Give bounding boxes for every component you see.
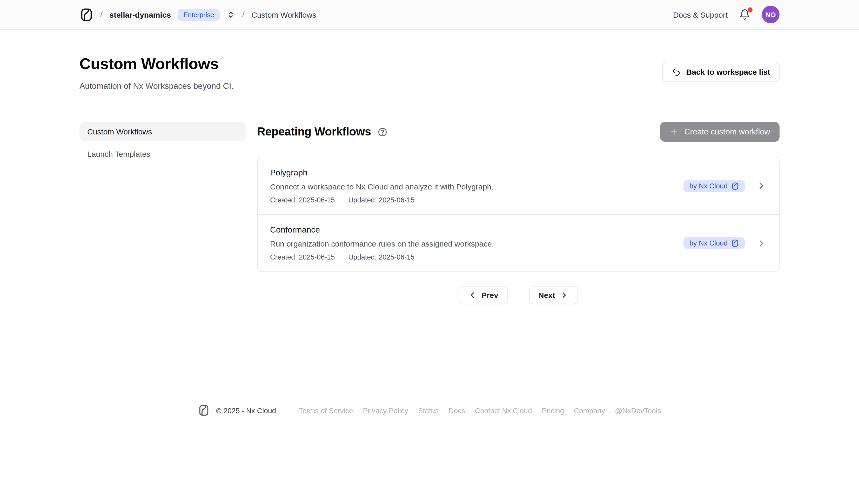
chevron-right-icon[interactable] xyxy=(756,181,767,191)
breadcrumb-current-page: Custom Workflows xyxy=(251,10,316,19)
by-nx-cloud-badge[interactable]: by Nx Cloud xyxy=(684,237,745,249)
workflows-card: Polygraph Connect a workspace to Nx Clou… xyxy=(257,157,780,272)
footer-link-pricing[interactable]: Pricing xyxy=(542,406,564,414)
workflow-description: Run organization conformance rules on th… xyxy=(270,239,494,248)
workflow-row-conformance[interactable]: Conformance Run organization conformance… xyxy=(258,214,779,272)
pagination: Prev Next xyxy=(257,286,780,304)
workflow-name: Conformance xyxy=(270,225,494,234)
breadcrumb: / stellar-dynamics Enterprise / Custom W… xyxy=(79,7,316,21)
create-custom-workflow-button[interactable]: Create custom workflow xyxy=(660,122,780,142)
copyright-text: © 2025 - Nx Cloud xyxy=(216,406,276,414)
page-footer: © 2025 - Nx Cloud Terms of Service Priva… xyxy=(0,385,859,416)
footer-link-company[interactable]: Company xyxy=(574,406,605,414)
workflow-name: Polygraph xyxy=(270,168,493,177)
breadcrumb-separator: / xyxy=(242,9,245,20)
nx-cloud-logo-icon xyxy=(731,239,739,247)
footer-link-status[interactable]: Status xyxy=(418,406,439,414)
user-avatar[interactable]: NO xyxy=(762,6,780,24)
footer-link-docs[interactable]: Docs xyxy=(449,406,465,414)
breadcrumb-workspace-name[interactable]: stellar-dynamics xyxy=(109,10,171,19)
footer-links: Terms of Service Privacy Policy Status D… xyxy=(299,406,661,414)
back-to-workspace-list-button[interactable]: Back to workspace list xyxy=(662,62,780,82)
workflow-description: Connect a workspace to Nx Cloud and anal… xyxy=(270,182,493,191)
workflow-created-date: Created: 2025-06-15 xyxy=(270,196,335,204)
help-icon[interactable] xyxy=(377,127,387,137)
nx-cloud-logo-icon[interactable] xyxy=(79,7,93,21)
chevron-right-icon xyxy=(560,291,569,300)
notifications-button[interactable] xyxy=(739,9,751,20)
page-title: Custom Workflows xyxy=(79,55,233,73)
chevron-left-icon xyxy=(468,291,477,300)
footer-link-twitter[interactable]: @NxDevTools xyxy=(615,406,661,414)
plus-icon xyxy=(669,127,679,137)
footer-link-terms[interactable]: Terms of Service xyxy=(299,406,353,414)
top-navbar: / stellar-dynamics Enterprise / Custom W… xyxy=(0,0,859,30)
breadcrumb-separator: / xyxy=(100,9,103,20)
nx-cloud-logo-icon xyxy=(731,182,739,190)
section-title: Repeating Workflows xyxy=(257,125,371,139)
workflow-created-date: Created: 2025-06-15 xyxy=(270,253,335,261)
page-subtitle: Automation of Nx Workspaces beyond CI. xyxy=(79,81,233,91)
next-page-button[interactable]: Next xyxy=(529,286,578,304)
page-header: Custom Workflows Automation of Nx Worksp… xyxy=(79,55,780,91)
notification-dot xyxy=(748,7,753,13)
plan-badge: Enterprise xyxy=(178,9,220,20)
workflow-updated-date: Updated: 2025-06-15 xyxy=(348,196,415,204)
footer-link-privacy[interactable]: Privacy Policy xyxy=(363,406,408,414)
repeating-workflows-section: Repeating Workflows xyxy=(257,122,780,304)
nx-cloud-logo-icon xyxy=(198,404,210,416)
workflow-row-polygraph[interactable]: Polygraph Connect a workspace to Nx Clou… xyxy=(258,157,779,214)
undo-arrow-icon xyxy=(672,67,681,77)
prev-page-button[interactable]: Prev xyxy=(458,286,508,304)
app-root: / stellar-dynamics Enterprise / Custom W… xyxy=(0,0,859,504)
by-nx-cloud-badge[interactable]: by Nx Cloud xyxy=(684,180,745,192)
workspace-switcher[interactable] xyxy=(227,10,236,19)
sidebar-item-custom-workflows[interactable]: Custom Workflows xyxy=(79,122,246,141)
sidebar-item-launch-templates[interactable]: Launch Templates xyxy=(79,144,246,164)
workflows-sidebar: Custom Workflows Launch Templates xyxy=(79,122,246,304)
workflow-updated-date: Updated: 2025-06-15 xyxy=(348,253,415,261)
docs-support-link[interactable]: Docs & Support xyxy=(673,10,728,19)
footer-link-contact[interactable]: Contact Nx Cloud xyxy=(475,406,532,414)
chevron-right-icon[interactable] xyxy=(756,238,767,248)
